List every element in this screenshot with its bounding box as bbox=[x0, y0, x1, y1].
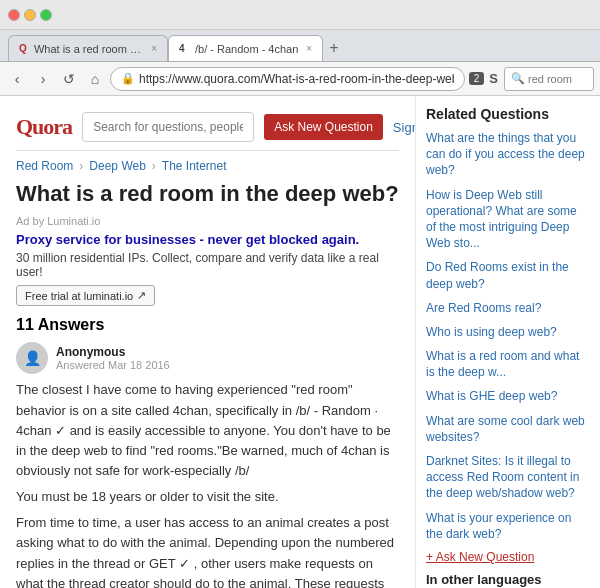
tab-4chan[interactable]: 4 /b/ - Random - 4chan × bbox=[168, 35, 323, 61]
related-link-3[interactable]: Are Red Rooms real? bbox=[426, 300, 590, 316]
breadcrumb: Red Room › Deep Web › The Internet bbox=[16, 159, 399, 173]
url-input[interactable] bbox=[139, 72, 454, 86]
back-button[interactable]: ‹ bbox=[6, 68, 28, 90]
tab-close-4chan[interactable]: × bbox=[306, 43, 312, 54]
address-bar[interactable]: 🔒 bbox=[110, 67, 465, 91]
browser-search-bar[interactable]: 🔍 bbox=[504, 67, 594, 91]
related-link-0[interactable]: What are the things that you can do if y… bbox=[426, 130, 590, 179]
sign-in-button[interactable]: Sign In bbox=[393, 120, 415, 135]
tab-title-4chan: /b/ - Random - 4chan bbox=[195, 43, 298, 55]
minimize-button[interactable] bbox=[24, 9, 36, 21]
other-languages-title: In other languages bbox=[426, 572, 590, 587]
related-link-6[interactable]: What is GHE deep web? bbox=[426, 388, 590, 404]
related-link-5[interactable]: What is a red room and what is the deep … bbox=[426, 348, 590, 380]
right-sidebar: Related Questions What are the things th… bbox=[415, 96, 600, 588]
tab-title-quora: What is a red room in t... bbox=[34, 43, 143, 55]
tab-close-quora[interactable]: × bbox=[151, 43, 157, 54]
ad-headline[interactable]: Proxy service for businesses - never get… bbox=[16, 232, 359, 247]
related-link-8[interactable]: Darknet Sites: Is it illegal to access R… bbox=[426, 453, 590, 502]
question-title: What is a red room in the deep web? bbox=[16, 181, 399, 207]
ad-description: 30 million residential IPs. Collect, com… bbox=[16, 251, 399, 279]
window-controls bbox=[8, 9, 52, 21]
related-link-1[interactable]: How is Deep Web still operational? What … bbox=[426, 187, 590, 252]
tab-quora[interactable]: Q What is a red room in t... × bbox=[8, 35, 168, 61]
answer-paragraph-1: The closest I have come to having experi… bbox=[16, 380, 399, 481]
extension-badge[interactable]: 2 bbox=[469, 72, 485, 85]
browser-toolbar: ‹ › ↺ ⌂ 🔒 2 S 🔍 bbox=[0, 62, 600, 96]
tab-favicon-quora: Q bbox=[19, 43, 30, 55]
answer-paragraph-3: From time to time, a user has access to … bbox=[16, 513, 399, 588]
home-button[interactable]: ⌂ bbox=[84, 68, 106, 90]
breadcrumb-red-room[interactable]: Red Room bbox=[16, 159, 73, 173]
reload-button[interactable]: ↺ bbox=[58, 68, 80, 90]
tab-bar: Q What is a red room in t... × 4 /b/ - R… bbox=[0, 30, 600, 62]
browser-search-input[interactable] bbox=[528, 73, 588, 85]
close-button[interactable] bbox=[8, 9, 20, 21]
related-link-7[interactable]: What are some cool dark web websites? bbox=[426, 413, 590, 445]
search-icon: 🔍 bbox=[511, 72, 525, 85]
page-content: Quora Ask New Question Sign In Red Room … bbox=[0, 96, 600, 588]
answer-paragraph-2: You must be 18 years or older to visit t… bbox=[16, 487, 399, 507]
quora-search-input[interactable] bbox=[82, 112, 254, 142]
related-link-4[interactable]: Who is using deep web? bbox=[426, 324, 590, 340]
quora-header: Quora Ask New Question Sign In bbox=[16, 106, 399, 151]
main-content: Quora Ask New Question Sign In Red Room … bbox=[0, 96, 415, 588]
free-trial-button[interactable]: Free trial at luminati.io ↗ bbox=[16, 285, 155, 306]
breadcrumb-internet[interactable]: The Internet bbox=[162, 159, 227, 173]
answers-count: 11 Answers bbox=[16, 316, 399, 334]
extension-s[interactable]: S bbox=[487, 71, 500, 86]
maximize-button[interactable] bbox=[40, 9, 52, 21]
answer-header: 👤 Anonymous Answered Mar 18 2016 bbox=[16, 342, 399, 374]
answer-date: Answered Mar 18 2016 bbox=[56, 359, 170, 371]
sidebar-ask-new-link[interactable]: + Ask New Question bbox=[426, 550, 590, 564]
related-link-2[interactable]: Do Red Rooms exist in the deep web? bbox=[426, 259, 590, 291]
ask-new-question-button[interactable]: Ask New Question bbox=[264, 114, 383, 140]
security-icon: 🔒 bbox=[121, 72, 135, 85]
forward-button[interactable]: › bbox=[32, 68, 54, 90]
related-link-9[interactable]: What is your experience on the dark web? bbox=[426, 510, 590, 542]
breadcrumb-deep-web[interactable]: Deep Web bbox=[89, 159, 145, 173]
new-tab-button[interactable]: + bbox=[323, 35, 344, 61]
avatar: 👤 bbox=[16, 342, 48, 374]
tab-favicon-4chan: 4 bbox=[179, 43, 191, 55]
related-questions-title: Related Questions bbox=[426, 106, 590, 122]
ad-label: Ad by Luminati.io bbox=[16, 215, 399, 227]
titlebar bbox=[0, 0, 600, 30]
quora-logo: Quora bbox=[16, 114, 72, 140]
author-name: Anonymous bbox=[56, 345, 170, 359]
